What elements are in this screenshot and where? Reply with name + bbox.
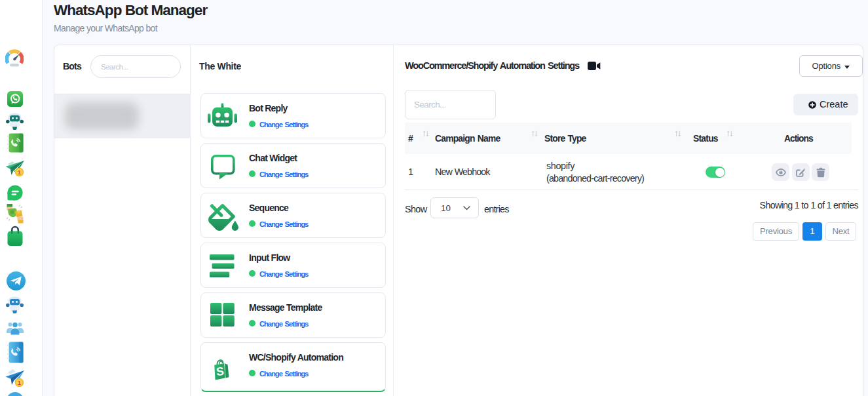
svg-text:S: S (216, 365, 225, 378)
svg-text:1: 1 (18, 379, 22, 386)
svg-text:1: 1 (18, 168, 22, 176)
